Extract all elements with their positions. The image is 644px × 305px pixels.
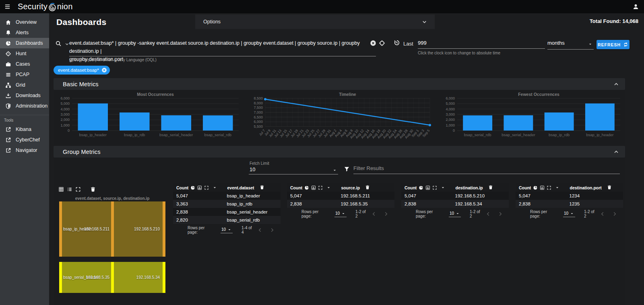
svg-text:Most Occurrences: Most Occurrences	[137, 92, 174, 97]
delete-column-icon[interactable]	[365, 185, 370, 190]
caret-down-icon[interactable]	[332, 168, 337, 173]
filter-chip[interactable]: event.dataset:bsap*	[54, 66, 110, 75]
sidebar-item-hunt[interactable]: Hunt	[0, 48, 49, 59]
previous-page-icon[interactable]	[371, 211, 377, 217]
bar-chart-icon[interactable]	[311, 185, 316, 190]
target-icon[interactable]	[379, 40, 385, 46]
sidebar-item-overview[interactable]: Overview	[0, 17, 49, 27]
expand-icon[interactable]	[318, 185, 323, 190]
filter-results-input[interactable]	[353, 165, 620, 174]
sidebar-item-pcap[interactable]: PCAP	[0, 69, 49, 80]
caret-down-icon[interactable]	[212, 185, 217, 190]
expand-icon[interactable]	[547, 185, 551, 190]
delete-column-icon[interactable]	[607, 185, 612, 190]
count-column-header[interactable]: Count	[519, 185, 531, 190]
table-row[interactable]: 3,363bsap_ip_rdb	[173, 200, 281, 208]
sankey-node-bar[interactable]	[59, 201, 62, 257]
sidebar-item-alerts[interactable]: Alerts	[0, 27, 49, 38]
remove-filter-icon[interactable]	[101, 67, 107, 73]
previous-page-icon[interactable]	[257, 227, 263, 233]
delete-column-icon[interactable]	[260, 185, 264, 190]
sidebar-item-label: Administration	[16, 103, 47, 109]
table-row[interactable]: 2,838192.168.5.34	[401, 200, 509, 208]
fewest-occurrences-chart[interactable]: Fewest Occurrences01,0002,0003,0004,0005…	[439, 92, 625, 145]
delete-column-icon[interactable]	[488, 185, 493, 190]
clear-query-icon[interactable]	[370, 40, 376, 46]
table-row[interactable]: 2,8381235	[516, 200, 623, 208]
group-metrics-header[interactable]: Group Metrics	[54, 146, 625, 158]
table-row[interactable]: 2,838bsap_serial_header	[173, 208, 281, 216]
rows-per-page-select[interactable]: 10	[563, 211, 575, 217]
rows-per-page-select[interactable]: 10	[449, 211, 461, 217]
table-row[interactable]: 2,820bsap_serial_rdb	[173, 216, 281, 224]
table-row[interactable]: 5,047192.168.5.210	[401, 192, 509, 200]
count-column-header[interactable]: Count	[176, 185, 188, 190]
caret-down-icon[interactable]	[440, 185, 446, 190]
field-column-header[interactable]: event.dataset	[227, 185, 254, 190]
fetch-limit-select[interactable]: 10	[250, 166, 255, 172]
sidebar-item-downloads[interactable]: Downloads	[0, 90, 49, 101]
sankey-flow[interactable]: bsap_serial_header192.168.5.35192.168.5.…	[59, 262, 165, 293]
sankey-node-bar[interactable]	[163, 262, 165, 293]
field-column-header[interactable]: destination.ip	[456, 185, 483, 190]
pie-chart-icon[interactable]	[533, 185, 538, 190]
count-column-header[interactable]: Count	[290, 185, 302, 190]
expand-icon[interactable]	[204, 185, 209, 190]
collapse-chevron-up-icon[interactable]	[613, 81, 619, 87]
hamburger-menu-icon[interactable]	[4, 3, 11, 10]
basic-metrics-header[interactable]: Basic Metrics	[54, 78, 625, 90]
duration-unit-select[interactable]: months	[547, 40, 594, 50]
table-row[interactable]: 2,838192.168.5.35	[287, 200, 394, 208]
sidebar-item-navigator[interactable]: Navigator	[0, 145, 49, 156]
sankey-card[interactable]: event.dataset, source.ip, destination.ip…	[54, 183, 171, 301]
pie-chart-icon[interactable]	[304, 185, 309, 190]
most-occurrences-chart[interactable]: Most Occurrences01,0002,0003,0004,0005,0…	[54, 92, 244, 145]
field-column-header[interactable]: destination.port	[570, 185, 602, 190]
sidebar-item-cyberchef[interactable]: CyberChef	[0, 135, 49, 145]
count-column-header[interactable]: Count	[405, 185, 417, 190]
rows-per-page-select[interactable]: 10	[334, 211, 347, 217]
previous-page-icon[interactable]	[600, 211, 605, 217]
sidebar-item-kibana[interactable]: Kibana	[0, 124, 49, 135]
next-page-icon[interactable]	[383, 211, 389, 217]
duration-input[interactable]	[418, 40, 545, 49]
sankey-node-bar[interactable]	[163, 201, 165, 257]
expand-icon[interactable]	[432, 185, 437, 190]
collapse-chevron-up-icon[interactable]	[613, 149, 619, 155]
chevron-down-icon	[421, 19, 427, 25]
bar-chart-icon[interactable]	[425, 185, 430, 190]
sankey-flow[interactable]: bsap_ip_header192.168.5.211192.168.5.210	[59, 201, 165, 257]
field-column-header[interactable]: source.ip	[341, 185, 360, 190]
account-icon[interactable]	[632, 3, 639, 10]
table-row[interactable]: 5,047192.168.5.211	[287, 192, 394, 200]
sankey-node-bar[interactable]	[111, 201, 114, 257]
svg-text:1,000: 1,000	[446, 123, 455, 127]
next-page-icon[interactable]	[612, 211, 617, 217]
bar-chart-icon[interactable]	[197, 185, 202, 190]
sidebar-item-administration[interactable]: Administration	[0, 101, 49, 111]
next-page-icon[interactable]	[269, 227, 275, 233]
rows-per-page-select[interactable]: 10	[221, 227, 233, 233]
expand-icon[interactable]	[75, 187, 81, 192]
list-view-icon[interactable]	[67, 187, 72, 192]
options-dropdown[interactable]: Options	[195, 15, 435, 29]
pie-chart-icon[interactable]	[419, 185, 423, 190]
sidebar-item-dashboards[interactable]: Dashboards	[0, 38, 49, 48]
sidebar-item-grid[interactable]: Grid	[0, 80, 49, 90]
sankey-node-bar[interactable]	[111, 262, 114, 293]
previous-page-icon[interactable]	[485, 211, 491, 217]
pie-chart-icon[interactable]	[190, 185, 195, 190]
table-view-icon[interactable]	[58, 187, 64, 192]
table-row[interactable]: 5,0471234	[516, 192, 623, 200]
caret-down-icon[interactable]	[326, 185, 331, 190]
refresh-button[interactable]: REFRESH	[597, 40, 630, 49]
sankey-node-bar[interactable]	[59, 262, 62, 293]
caret-down-icon[interactable]	[555, 185, 560, 190]
timeline-chart[interactable]: Timeline5,5006,0006,5007,0007,5008,0008,…	[248, 92, 435, 145]
table-row[interactable]: 5,047bsap_ip_header	[173, 192, 281, 200]
bar-chart-icon[interactable]	[540, 185, 545, 190]
relative-time-clock-icon[interactable]	[394, 39, 400, 46]
sidebar-item-cases[interactable]: Cases	[0, 59, 49, 69]
delete-icon[interactable]	[90, 187, 96, 192]
next-page-icon[interactable]	[497, 211, 503, 217]
